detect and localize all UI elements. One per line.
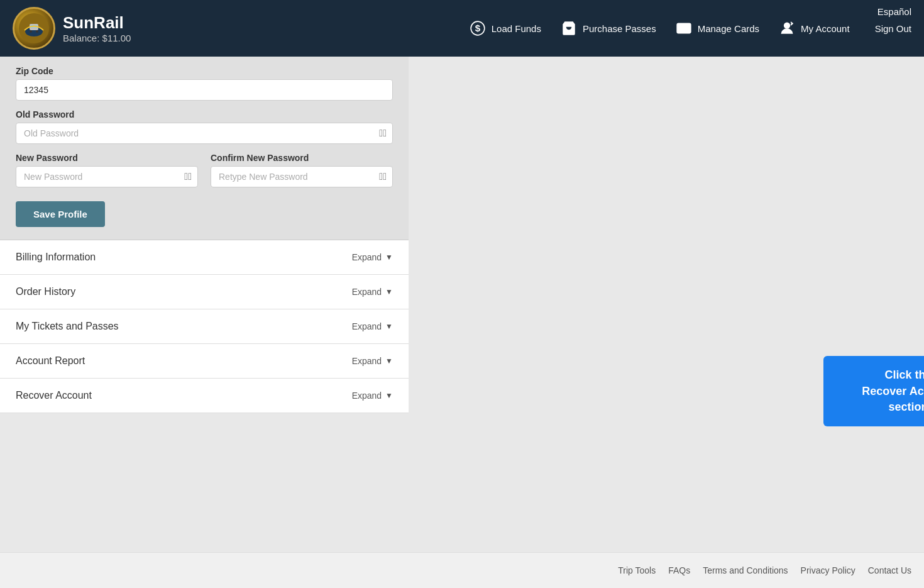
- tooltip-line2: Recover Account section: [862, 385, 924, 413]
- new-password-row: New Password 👁⃠ Confirm New Password 👁⃠: [16, 153, 393, 187]
- my-account-icon: [778, 19, 796, 37]
- tickets-passes-header[interactable]: My Tickets and Passes Expand ▼: [0, 309, 409, 343]
- account-report-title: Account Report: [16, 355, 85, 367]
- sunrail-logo[interactable]: [13, 7, 55, 50]
- nav-load-funds[interactable]: $ Load Funds: [469, 19, 541, 37]
- recover-account-expand-label: Expand: [352, 391, 382, 401]
- confirm-password-input[interactable]: [211, 166, 393, 187]
- tickets-passes-chevron-icon: ▼: [385, 322, 393, 331]
- confirm-password-wrapper: 👁⃠: [211, 166, 393, 187]
- svg-point-11: [784, 23, 790, 28]
- load-funds-label: Load Funds: [492, 23, 541, 34]
- confirm-password-col: Confirm New Password 👁⃠: [211, 153, 393, 187]
- new-password-col: New Password 👁⃠: [16, 153, 198, 187]
- contact-link[interactable]: Contact Us: [868, 565, 911, 575]
- order-history-expand: Expand ▼: [352, 287, 393, 297]
- nav-my-account[interactable]: My Account: [778, 19, 850, 37]
- tooltip-line1: Click the: [884, 369, 924, 381]
- old-password-group: Old Password 👁⃠: [16, 109, 393, 144]
- load-funds-icon: $: [469, 19, 487, 37]
- order-history-section: Order History Expand ▼: [0, 275, 409, 309]
- old-password-label: Old Password: [16, 109, 393, 119]
- tickets-passes-expand: Expand ▼: [352, 321, 393, 331]
- old-password-input[interactable]: [16, 123, 393, 144]
- nav-manage-cards[interactable]: Manage Cards: [675, 19, 759, 37]
- account-report-expand-label: Expand: [352, 356, 382, 366]
- tickets-passes-section: My Tickets and Passes Expand ▼: [0, 309, 409, 344]
- recover-account-section: Recover Account Expand ▼: [0, 379, 409, 413]
- zip-code-input[interactable]: [16, 79, 393, 101]
- new-password-input[interactable]: [16, 166, 198, 187]
- svg-rect-9: [677, 23, 691, 33]
- purchase-passes-icon: [560, 19, 578, 37]
- order-history-chevron-icon: ▼: [385, 287, 393, 296]
- manage-cards-label: Manage Cards: [698, 23, 759, 34]
- billing-chevron-icon: ▼: [385, 253, 393, 262]
- trip-tools-link[interactable]: Trip Tools: [618, 565, 656, 575]
- account-report-header[interactable]: Account Report Expand ▼: [0, 344, 409, 378]
- zip-code-label: Zip Code: [16, 66, 393, 76]
- order-history-header[interactable]: Order History Expand ▼: [0, 275, 409, 309]
- recover-account-header[interactable]: Recover Account Expand ▼: [0, 379, 409, 413]
- confirm-password-label: Confirm New Password: [211, 153, 393, 163]
- accordion-container: Billing Information Expand ▼ Order Histo…: [0, 240, 409, 413]
- billing-header[interactable]: Billing Information Expand ▼: [0, 240, 409, 274]
- new-password-wrapper: 👁⃠: [16, 166, 198, 187]
- header: SunRail Balance: $11.00 Español $ Load F…: [0, 0, 924, 57]
- espanol-link[interactable]: Español: [877, 6, 911, 17]
- zip-code-group: Zip Code: [16, 66, 393, 101]
- brand-name: SunRail: [63, 13, 131, 33]
- svg-point-5: [30, 30, 32, 33]
- footer: Trip Tools FAQs Terms and Conditions Pri…: [0, 552, 924, 588]
- tickets-passes-title: My Tickets and Passes: [16, 321, 119, 332]
- faqs-link[interactable]: FAQs: [668, 565, 690, 575]
- svg-text:$: $: [475, 23, 481, 33]
- right-panel: Click the Recover Account section: [409, 57, 924, 552]
- recover-account-title: Recover Account: [16, 390, 92, 401]
- my-account-label: My Account: [801, 23, 850, 34]
- order-history-expand-label: Expand: [352, 287, 382, 297]
- tickets-passes-expand-label: Expand: [352, 321, 382, 331]
- balance-label: Balance: $11.00: [63, 33, 131, 43]
- svg-point-6: [36, 30, 38, 33]
- form-section: Zip Code Old Password 👁⃠ New Password 👁⃠: [0, 57, 409, 240]
- purchase-passes-label: Purchase Passes: [583, 23, 656, 34]
- confirm-password-eye-icon[interactable]: 👁⃠: [379, 171, 387, 182]
- order-history-title: Order History: [16, 286, 75, 297]
- terms-link[interactable]: Terms and Conditions: [703, 565, 788, 575]
- billing-section: Billing Information Expand ▼: [0, 240, 409, 275]
- nav-links: Español $ Load Funds Purchase Passes Man…: [469, 19, 911, 37]
- privacy-link[interactable]: Privacy Policy: [801, 565, 855, 575]
- old-password-eye-icon[interactable]: 👁⃠: [379, 128, 387, 139]
- billing-expand: Expand ▼: [352, 252, 393, 262]
- account-report-section: Account Report Expand ▼: [0, 344, 409, 379]
- recover-account-expand: Expand ▼: [352, 391, 393, 401]
- sign-out-link[interactable]: Sign Out: [875, 23, 911, 34]
- nav-purchase-passes[interactable]: Purchase Passes: [560, 19, 656, 37]
- recover-account-tooltip[interactable]: Click the Recover Account section: [823, 356, 924, 426]
- billing-expand-label: Expand: [352, 252, 382, 262]
- svg-point-12: [792, 23, 793, 24]
- left-panel: Zip Code Old Password 👁⃠ New Password 👁⃠: [0, 57, 409, 552]
- old-password-wrapper: 👁⃠: [16, 123, 393, 144]
- recover-account-chevron-icon: ▼: [385, 391, 393, 400]
- new-password-label: New Password: [16, 153, 198, 163]
- save-profile-button[interactable]: Save Profile: [16, 201, 105, 227]
- brand-text: SunRail Balance: $11.00: [63, 13, 131, 43]
- logo-area: SunRail Balance: $11.00: [13, 7, 131, 50]
- manage-cards-icon: [675, 19, 693, 37]
- account-report-chevron-icon: ▼: [385, 357, 393, 365]
- new-password-eye-icon[interactable]: 👁⃠: [184, 171, 192, 182]
- billing-title: Billing Information: [16, 252, 96, 263]
- account-report-expand: Expand ▼: [352, 356, 393, 366]
